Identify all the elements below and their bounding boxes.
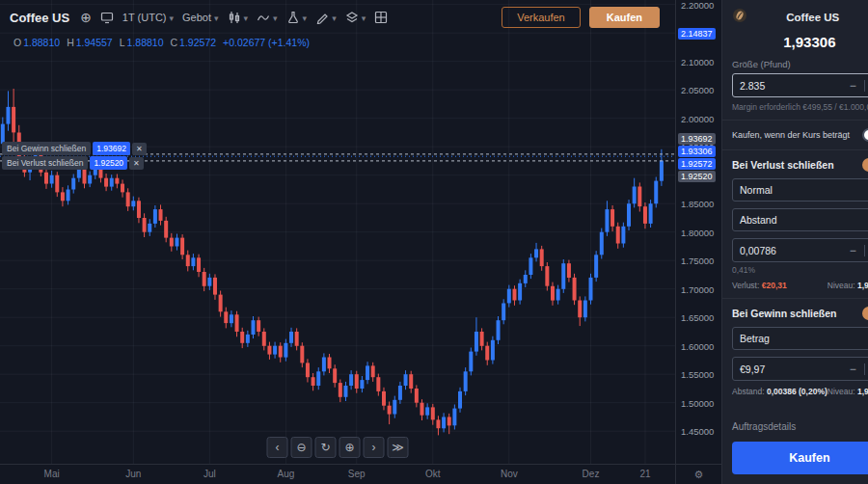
reset-view-button[interactable]: ↻ xyxy=(315,437,337,458)
close-value: 1.92572 xyxy=(179,37,216,48)
distance-label: Abstand: xyxy=(732,387,765,396)
time-tick: Nov xyxy=(501,469,518,479)
stepper-divider xyxy=(864,245,865,256)
open-label: O xyxy=(14,37,21,48)
buy-button-main[interactable]: Kaufen xyxy=(732,442,868,474)
layout-grid-icon[interactable] xyxy=(374,11,388,24)
time-tick: Aug xyxy=(277,469,294,479)
price-tick: 1.70000 xyxy=(681,284,714,295)
chevron-down-icon xyxy=(362,12,366,23)
chart-type-dropdown[interactable] xyxy=(228,11,249,24)
loss-label: Verlust: xyxy=(732,281,759,290)
low-value: 1.88810 xyxy=(127,37,164,48)
size-input[interactable]: 2.835 − + xyxy=(732,73,868,97)
stop-loss-type-value: Abstand xyxy=(740,214,777,226)
toggle-knob xyxy=(864,130,868,140)
layers-dropdown[interactable] xyxy=(345,11,366,24)
price-tick: 1.45000 xyxy=(681,426,714,437)
chevron-down-icon xyxy=(214,12,219,23)
stop-loss-tag-label[interactable]: Bei Verlust schließen xyxy=(2,156,88,170)
panel-header: Coffee US ✕ xyxy=(732,8,868,27)
drawing-tools-dropdown[interactable] xyxy=(315,11,337,24)
scroll-left-button[interactable]: ‹ xyxy=(267,437,288,458)
divider xyxy=(722,298,868,299)
strategy-dropdown[interactable] xyxy=(286,11,308,24)
stop-loss-percent: 0,41% xyxy=(732,265,868,275)
monitor-icon[interactable] xyxy=(100,11,114,24)
stop-loss-value: 0,00786 xyxy=(740,245,776,256)
price-badge[interactable]: 1.92520 xyxy=(678,171,716,182)
close-icon[interactable]: ✕ xyxy=(129,157,144,170)
size-stepper: − + xyxy=(850,80,868,92)
price-axis[interactable]: 2.200002.100002.050002.000001.950001.900… xyxy=(675,0,721,464)
chevron-down-icon xyxy=(170,12,175,23)
price-badge[interactable]: 1.93692 xyxy=(678,133,716,145)
time-tick: 21 xyxy=(639,469,650,479)
take-profit-tag-label[interactable]: Bei Gewinn schließen xyxy=(2,142,91,155)
price-tick: 1.80000 xyxy=(681,228,714,238)
close-icon[interactable]: ✕ xyxy=(132,143,147,155)
decrement-button[interactable]: − xyxy=(850,363,856,375)
time-tick: Jul xyxy=(203,469,216,479)
take-profit-type-select[interactable]: Betrag xyxy=(732,327,868,350)
buy-button-top[interactable]: Kaufen xyxy=(589,7,660,28)
zoom-in-button[interactable]: ⊕ xyxy=(339,437,361,458)
stop-loss-header: Bei Verlust schließen xyxy=(732,158,868,172)
distance-value: 0,00386 (0,20%) xyxy=(767,387,827,396)
decrement-button[interactable]: − xyxy=(850,245,856,256)
price-badge: 2.14837 xyxy=(678,28,716,40)
sell-button[interactable]: Verkaufen xyxy=(502,7,581,28)
level-label: Niveau: xyxy=(827,387,855,396)
change-value: +0.02677 (+1.41%) xyxy=(223,37,310,48)
stop-loss-value-input[interactable]: 0,00786 − + xyxy=(732,238,868,262)
waves-icon xyxy=(257,11,270,24)
take-profit-value-input[interactable]: €9,97 − + xyxy=(732,357,868,381)
price-type-dropdown[interactable]: Gebot xyxy=(182,12,219,23)
take-profit-value: €9,97 xyxy=(740,363,765,375)
margin-value: €499,55 / €1.000,00 xyxy=(802,102,868,112)
gear-icon[interactable]: ⚙ xyxy=(694,469,704,481)
layers-icon xyxy=(345,11,359,24)
indicators-dropdown[interactable] xyxy=(257,11,278,24)
order-condition-label: Kaufen, wenn der Kurs beträgt xyxy=(732,130,856,140)
timeframe-dropdown[interactable]: 1T (UTC) xyxy=(122,12,174,23)
order-condition-row: Kaufen, wenn der Kurs beträgt xyxy=(732,128,868,142)
take-profit-toggle[interactable] xyxy=(862,307,868,320)
take-profit-tag: Bei Gewinn schließen 1.93692 ✕ xyxy=(2,142,147,155)
zoom-out-button[interactable]: ⊖ xyxy=(291,437,312,458)
price-tick: 1.50000 xyxy=(681,398,714,409)
level-label: Niveau: xyxy=(827,281,855,290)
flask-icon xyxy=(286,11,300,24)
ohlc-row: O1.88810 H1.94557 L1.88810 C1.92572 +0.0… xyxy=(14,37,310,48)
stop-loss-toggle[interactable] xyxy=(862,158,868,172)
chevron-down-icon xyxy=(244,12,249,23)
stop-loss-title: Bei Verlust schließen xyxy=(732,159,856,171)
low-label: L xyxy=(120,37,125,48)
order-details-link[interactable]: Auftragsdetails xyxy=(732,421,868,432)
price-tick: 1.65000 xyxy=(681,312,714,323)
current-price: 1,93306 xyxy=(732,34,868,50)
high-label: H xyxy=(67,37,74,48)
chevron-down-icon xyxy=(273,12,278,23)
go-to-end-button[interactable]: ≫ xyxy=(388,437,409,458)
stop-loss-type-select[interactable]: Abstand xyxy=(732,208,868,231)
take-profit-price-chip[interactable]: 1.93692 xyxy=(93,142,130,155)
time-tick: Okt xyxy=(425,469,441,479)
time-axis[interactable]: MaiJunJulAugSepOktNovDez21 xyxy=(0,464,675,484)
price-type-value: Gebot xyxy=(182,12,211,23)
loss-value: €20,31 xyxy=(762,281,787,290)
price-tick: 1.85000 xyxy=(681,199,714,209)
stop-loss-price-chip[interactable]: 1.92520 xyxy=(90,156,127,170)
candlestick-plot[interactable] xyxy=(0,0,675,464)
divider xyxy=(722,120,868,121)
open-value: 1.88810 xyxy=(23,37,60,48)
add-instrument-icon[interactable]: ⊕ xyxy=(80,10,92,25)
stop-loss-stats: Verlust: €20,31 Niveau: 1,92520 xyxy=(732,281,868,290)
order-condition-toggle[interactable] xyxy=(862,128,868,142)
stop-loss-tag: Bei Verlust schließen 1.92520 ✕ xyxy=(2,156,144,170)
decrement-button[interactable]: − xyxy=(850,80,856,92)
stop-loss-mode-select[interactable]: Normal xyxy=(732,178,868,202)
take-profit-stepper: − + xyxy=(850,363,868,375)
candlestick-icon xyxy=(228,11,241,24)
scroll-right-button[interactable]: › xyxy=(364,437,385,458)
